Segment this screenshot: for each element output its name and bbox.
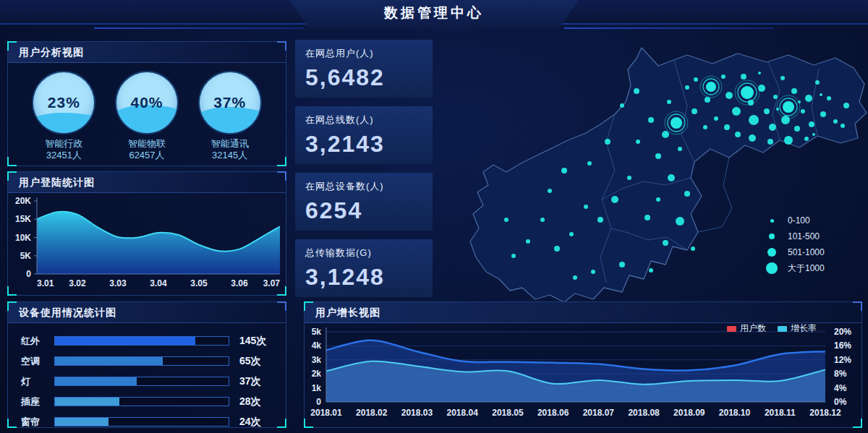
svg-text:10K: 10K <box>15 233 31 243</box>
svg-text:2018.03: 2018.03 <box>401 408 433 418</box>
bar-label: 窗帘 <box>21 416 53 429</box>
bar-track <box>54 336 229 346</box>
gauge-percent: 23% <box>33 72 94 133</box>
bar-label: 空调 <box>21 355 53 368</box>
svg-text:3.03: 3.03 <box>109 278 127 288</box>
bar-row-light: 灯 37次 <box>21 376 273 387</box>
svg-text:20K: 20K <box>15 196 31 206</box>
stat-cards: 在网总用户(人) 5,6482 在网总线数(人) 3,2143 在网总设备数(人… <box>295 40 433 306</box>
legend-dot-icon <box>765 233 778 239</box>
map-legend-item: 大于1000 <box>765 260 825 276</box>
svg-text:3.02: 3.02 <box>69 278 86 288</box>
header-title-plate: 数据管理中心 <box>289 0 579 29</box>
svg-text:0: 0 <box>26 269 31 279</box>
svg-text:2018.08: 2018.08 <box>628 408 660 418</box>
bar-value: 145次 <box>239 335 273 348</box>
corner-bracket <box>7 171 17 181</box>
bar-track <box>54 356 229 366</box>
bar-track <box>54 377 229 386</box>
legend-label: 101-500 <box>788 231 820 241</box>
bar-value: 65次 <box>239 355 273 368</box>
header-bar: 数据管理中心 <box>0 0 868 25</box>
stat-card-total-devices: 在网总设备数(人) 6254 <box>295 173 433 231</box>
stat-card-total-users: 在网总用户(人) 5,6482 <box>295 40 433 98</box>
svg-text:2018.11: 2018.11 <box>765 408 796 418</box>
corner-bracket <box>7 301 17 311</box>
legend-dot-icon <box>765 248 778 257</box>
svg-text:2018.01: 2018.01 <box>310 408 342 418</box>
corner-bracket <box>277 419 286 428</box>
panel-title-login-stats: 用户登陆统计图 <box>8 172 286 193</box>
legend-item-users[interactable]: 用户数 <box>740 322 766 335</box>
bar-row-infrared: 红外 145次 <box>21 335 273 346</box>
gauge-count: 32145人 <box>190 150 270 161</box>
bar-row-ac: 空调 65次 <box>21 356 273 366</box>
corner-bracket <box>277 41 286 51</box>
stat-card-value: 5,6482 <box>305 64 422 91</box>
svg-text:2018.09: 2018.09 <box>673 408 705 418</box>
svg-text:12%: 12% <box>834 355 851 365</box>
stat-card-label: 在网总线数(人) <box>305 113 422 127</box>
gauge-iot: 40% 智能物联 62457人 <box>107 72 187 161</box>
svg-text:2018.02: 2018.02 <box>356 408 388 418</box>
panel-device-usage: 设备使用情况统计图 红外 145次 空调 65次 灯 37次 插座 28次 <box>7 301 286 428</box>
panel-user-growth: 用户增长视图 用户数 增长率 01k2k3k4k5k0%4%8%12%16%20… <box>304 301 862 428</box>
corner-bracket <box>304 301 313 311</box>
svg-text:0: 0 <box>316 397 321 407</box>
svg-text:3.05: 3.05 <box>190 278 208 288</box>
gauge-comm: 37% 智能通讯 32145人 <box>190 72 270 161</box>
svg-text:2018.04: 2018.04 <box>446 408 478 418</box>
svg-text:2018.05: 2018.05 <box>492 408 524 418</box>
corner-bracket <box>277 171 286 181</box>
svg-text:0%: 0% <box>834 397 847 407</box>
gauge-label: 智能通讯 <box>190 138 270 150</box>
corner-bracket <box>277 157 286 166</box>
gauge-admin: 23% 智能行政 32451人 <box>24 72 103 161</box>
svg-text:16%: 16% <box>834 340 851 351</box>
svg-text:2018.10: 2018.10 <box>719 408 751 418</box>
gauge-percent: 37% <box>200 72 260 133</box>
growth-line-chart: 01k2k3k4k5k0%4%8%12%16%20%2018.012018.02… <box>305 321 863 428</box>
bar-fill <box>55 357 163 365</box>
map-legend-item: 101-500 <box>765 228 825 244</box>
header-right-line <box>564 27 774 29</box>
header-left-line <box>94 27 304 29</box>
corner-bracket <box>853 301 862 311</box>
legend-dot-icon <box>765 219 778 223</box>
svg-text:5K: 5K <box>20 251 32 261</box>
bar-track <box>54 417 229 426</box>
bar-row-curtain: 窗帘 24次 <box>21 416 273 427</box>
gauge-percent: 40% <box>116 72 177 133</box>
svg-text:1k: 1k <box>312 383 322 393</box>
stat-card-value: 3,2143 <box>305 131 422 158</box>
svg-text:2018.07: 2018.07 <box>583 408 615 418</box>
gauge-count: 32451人 <box>24 150 103 161</box>
panel-login-stats: 用户登陆统计图 05K10K15K20K3.013.023.033.043.05… <box>7 171 286 296</box>
gauge-row: 23% 智能行政 32451人 40% 智能物联 62457人 37% 智能通讯 <box>8 63 286 161</box>
svg-text:8%: 8% <box>834 369 847 379</box>
device-bar-list: 红外 145次 空调 65次 灯 37次 插座 28次 窗帘 <box>8 323 286 427</box>
gauge-label: 智能行政 <box>24 138 103 150</box>
panel-title-user-growth: 用户增长视图 <box>305 302 861 323</box>
svg-text:5k: 5k <box>312 327 322 337</box>
bar-value: 24次 <box>239 416 273 429</box>
bar-label: 红外 <box>21 335 53 348</box>
corner-bracket <box>7 419 17 428</box>
svg-text:3k: 3k <box>312 355 322 365</box>
login-area-chart: 05K10K15K20K3.013.023.033.043.053.063.07 <box>8 194 287 296</box>
stat-card-label: 在网总设备数(人) <box>305 180 422 193</box>
bar-track <box>54 397 229 406</box>
svg-text:2018.12: 2018.12 <box>809 408 841 418</box>
bar-fill <box>55 337 195 345</box>
bar-fill <box>55 377 137 385</box>
bar-label: 插座 <box>21 395 53 408</box>
legend-item-growth[interactable]: 增长率 <box>791 322 817 335</box>
legend-swatch-users <box>727 326 736 332</box>
svg-text:2018.06: 2018.06 <box>537 408 569 418</box>
bar-row-socket: 插座 28次 <box>21 396 273 407</box>
bar-fill <box>55 398 119 406</box>
svg-text:3.01: 3.01 <box>37 278 54 288</box>
panel-title-user-analysis: 用户分析视图 <box>8 42 286 63</box>
legend-label: 大于1000 <box>788 262 825 275</box>
svg-text:3.04: 3.04 <box>150 278 167 288</box>
